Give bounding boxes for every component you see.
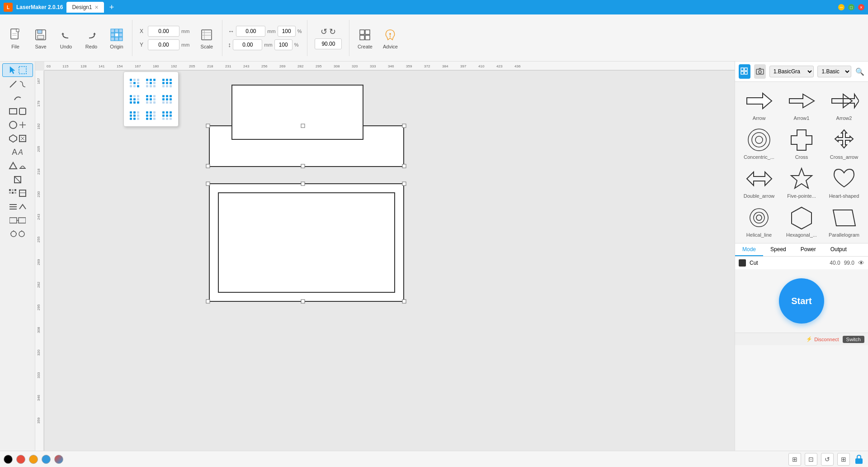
bitmap-tool-btn[interactable] (2, 187, 33, 200)
undo-icon (58, 27, 74, 43)
gallery-item-arrow1[interactable]: Arrow1 (781, 86, 822, 123)
arrow-label: Arrow (753, 115, 766, 121)
tab-output[interactable]: Output (823, 243, 854, 256)
color-black[interactable] (4, 455, 13, 464)
color-orange[interactable] (29, 455, 38, 464)
width-pct-input[interactable] (278, 26, 296, 37)
color-gradient[interactable] (54, 455, 63, 464)
gallery-item-hexagon[interactable]: Hexagonal_... (781, 202, 822, 239)
gallery-item-double-arrow[interactable]: Double_arrow (739, 163, 779, 200)
view-grid-button[interactable] (739, 64, 750, 79)
scale-tool[interactable]: Scale (195, 25, 218, 51)
tab-speed[interactable]: Speed (763, 243, 793, 256)
bitmap-icon (9, 189, 18, 198)
close-button[interactable]: × (858, 4, 864, 10)
canvas-area[interactable]: 03 115 128 141 154 167 180 192 205 218 2… (35, 62, 735, 451)
advice-tool[interactable]: Advice (378, 25, 402, 51)
svg-rect-28 (9, 109, 17, 114)
origin-tool[interactable]: Origin (105, 25, 128, 51)
layer-visibility-toggle[interactable]: 👁 (858, 259, 864, 267)
bottom-tool-4[interactable]: ⊞ (837, 453, 850, 466)
advice-label: Advice (383, 44, 398, 49)
grid-cell-2-0[interactable] (127, 108, 142, 123)
grid-cell-1-1[interactable] (144, 92, 158, 106)
flag-tool-btn[interactable] (2, 214, 33, 227)
gallery-item-five-star[interactable]: Five-pointe... (781, 163, 822, 200)
maximize-button[interactable]: □ (848, 4, 854, 10)
view-camera-button[interactable] (754, 64, 766, 79)
add-tab-button[interactable]: + (109, 3, 114, 12)
width-input[interactable] (236, 26, 265, 37)
burst-tool-btn[interactable] (2, 228, 33, 240)
height-input[interactable] (233, 39, 262, 50)
gallery-item-cross[interactable]: Cross (781, 124, 822, 162)
text-tool-btn[interactable]: A A (2, 146, 33, 159)
shape-bottom[interactable] (205, 179, 408, 306)
color-red[interactable] (16, 455, 25, 464)
bottom-tool-2[interactable]: ⊡ (805, 453, 817, 466)
grid-cell-2-1[interactable] (144, 108, 158, 123)
layer-tool-btn[interactable] (2, 200, 33, 213)
svg-text:397: 397 (460, 64, 467, 68)
switch-button[interactable]: Switch (843, 336, 864, 343)
design-tab[interactable]: Design1 × (66, 2, 104, 13)
minimize-button[interactable]: ─ (838, 4, 844, 10)
gallery-item-helical[interactable]: Helical_line (739, 202, 779, 239)
grid-cell-0-1[interactable] (144, 76, 158, 90)
svg-text:231: 231 (225, 64, 231, 68)
fill-tool-btn[interactable] (2, 160, 33, 172)
disconnect-icon: ⚡ (806, 336, 812, 342)
start-button[interactable]: Start (779, 278, 824, 324)
disconnect-button[interactable]: ⚡ Disconnect (806, 336, 839, 342)
rect-tool-btn[interactable] (2, 105, 33, 118)
rotate-input[interactable] (315, 38, 342, 49)
gallery-item-arrow2[interactable]: Arrow2 (824, 86, 864, 123)
gallery-item-cross-arrow[interactable]: Cross_arrow (824, 124, 864, 162)
y-input[interactable] (148, 39, 179, 50)
svg-rect-11 (115, 33, 118, 37)
gallery-item-heart[interactable]: Heart-shaped (824, 163, 864, 200)
svg-text:128: 128 (80, 64, 87, 68)
gallery-item-concentric[interactable]: Concentric_... (739, 124, 779, 162)
grid-cell-1-2[interactable] (160, 92, 175, 106)
height-pct-input[interactable] (274, 39, 292, 50)
subcategory-select[interactable]: 1.Basic 2.Extra (817, 66, 851, 77)
category-select[interactable]: 1.BasicGra 2.Advanced 3.Custom (769, 66, 814, 77)
rotate-ccw-button[interactable]: ↺ (321, 27, 327, 37)
height-icon: ↕ (228, 41, 231, 48)
grid-cell-0-2[interactable] (160, 76, 175, 90)
x-input[interactable] (148, 26, 179, 37)
grid-cell-2-2[interactable] (160, 108, 175, 123)
curve-tool-btn[interactable] (2, 91, 33, 104)
shape-top[interactable] (205, 81, 408, 171)
canvas-content[interactable] (44, 71, 735, 451)
grid-cell-1-0[interactable] (127, 92, 142, 106)
save-tool[interactable]: Save (29, 25, 52, 51)
undo-label: Undo (60, 44, 72, 49)
grid-cell-0-0[interactable] (127, 76, 142, 90)
file-tool[interactable]: File (4, 25, 27, 51)
tab-mode[interactable]: Mode (735, 243, 763, 256)
rotate-cw-button[interactable]: ↻ (329, 27, 336, 37)
ellipse-tool-btn[interactable] (2, 119, 33, 131)
gallery-item-parallelogram[interactable]: Parallelogram (824, 202, 864, 239)
arrow-shape-preview (743, 87, 775, 114)
bottom-tool-1[interactable]: ⊞ (788, 453, 801, 466)
svg-rect-114 (301, 164, 305, 168)
pen-tool-btn[interactable] (2, 78, 33, 91)
bottom-tool-3[interactable]: ↺ (821, 453, 834, 466)
color-blue[interactable] (42, 455, 51, 464)
redo-tool[interactable]: Redo (80, 25, 103, 51)
undo-tool[interactable]: Undo (54, 25, 78, 51)
gallery-item-arrow[interactable]: Arrow (739, 86, 779, 123)
select-tool-btn[interactable] (2, 63, 33, 77)
tab-power[interactable]: Power (793, 243, 823, 256)
svg-rect-113 (206, 164, 210, 168)
tab-close[interactable]: × (94, 4, 98, 11)
svg-point-134 (748, 129, 770, 151)
create-tool[interactable]: Create (353, 25, 377, 51)
svg-rect-5 (38, 30, 42, 33)
erase-tool-btn[interactable] (2, 173, 33, 186)
polygon-tool-btn[interactable] (2, 132, 33, 145)
search-button[interactable]: 🔍 (855, 66, 864, 77)
